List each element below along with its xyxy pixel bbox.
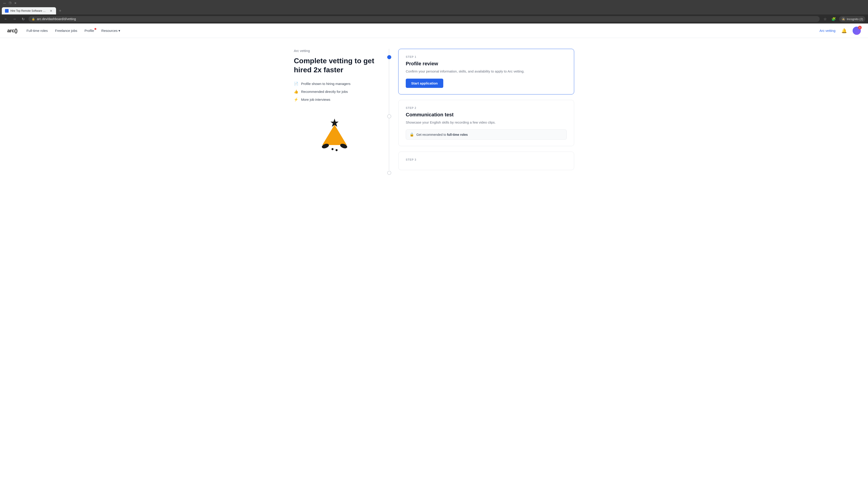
- step-2-label: STEP 2: [406, 106, 567, 109]
- arc-vetting-nav-link[interactable]: Arc vetting: [819, 29, 835, 33]
- notifications-button[interactable]: 🔔: [840, 27, 848, 35]
- tab-favicon-icon: [5, 9, 8, 13]
- browser-chrome: — ❐ ✕ Hire Top Remote Software Dev... ✕ …: [0, 0, 868, 24]
- reload-button[interactable]: ↻: [20, 16, 26, 22]
- benefit-list: 📄 Profile shown to hiring managers 👍 Rec…: [294, 82, 375, 102]
- tabs-bar: Hire Top Remote Software Dev... ✕ +: [0, 6, 868, 14]
- window-controls[interactable]: — ❐ ✕: [3, 1, 17, 5]
- incognito-button[interactable]: 🕵 Incognito (2): [839, 16, 865, 22]
- arc-vetting-label: Arc vetting: [294, 49, 375, 53]
- thumbsup-icon: 👍: [294, 90, 298, 94]
- benefit-item-2: 👍 Recommended directly for jobs: [294, 90, 375, 94]
- avatar-button[interactable]: 1: [852, 27, 861, 35]
- title-bar: — ❐ ✕: [0, 0, 868, 6]
- step-dot-1: [387, 55, 391, 59]
- benefit-text-3: More job interviews: [301, 98, 330, 101]
- nav-profile[interactable]: Profile: [85, 29, 94, 33]
- lock-feature-icon: 🔒: [410, 132, 414, 137]
- extensions-button[interactable]: 🧩: [831, 16, 837, 22]
- tab-title: Hire Top Remote Software Dev...: [10, 9, 48, 12]
- step-3-card: STEP 3: [398, 152, 574, 170]
- left-panel: Arc vetting Complete vetting to get hire…: [294, 49, 389, 170]
- minimize-button[interactable]: —: [3, 1, 6, 5]
- chevron-down-icon: ▾: [119, 29, 120, 33]
- site-nav: arc() Full-time roles Freelance jobs Pro…: [0, 24, 868, 38]
- main-content: Arc vetting Complete vetting to get hire…: [276, 38, 592, 181]
- start-application-button[interactable]: Start application: [406, 78, 443, 88]
- svg-point-5: [336, 149, 338, 151]
- svg-marker-0: [322, 125, 347, 145]
- tab-close-button[interactable]: ✕: [49, 9, 53, 13]
- nav-freelance-jobs[interactable]: Freelance jobs: [55, 29, 77, 33]
- maximize-button[interactable]: ❐: [8, 1, 12, 5]
- star-button[interactable]: ☆: [822, 16, 828, 22]
- nav-links: Full-time roles Freelance jobs Profile R…: [26, 29, 819, 33]
- benefit-item-1: 📄 Profile shown to hiring managers: [294, 82, 375, 86]
- svg-point-4: [332, 148, 334, 150]
- step-2-feature: 🔒 Get recommended to full-time roles: [406, 129, 567, 140]
- benefit-text-1: Profile shown to hiring managers: [301, 82, 350, 86]
- step-1-title: Profile review: [406, 61, 567, 67]
- logo[interactable]: arc(): [7, 28, 18, 34]
- vetting-illustration: [307, 112, 362, 153]
- active-tab[interactable]: Hire Top Remote Software Dev... ✕: [2, 7, 56, 14]
- document-icon: 📄: [294, 82, 298, 86]
- nav-right: Arc vetting 🔔 1: [819, 27, 861, 35]
- step-3-label: STEP 3: [406, 158, 567, 161]
- step-2-title: Communication test: [406, 112, 567, 118]
- step-1-description: Confirm your personal information, skill…: [406, 69, 567, 74]
- step-1-label: STEP 1: [406, 55, 567, 59]
- lightning-icon: ⚡: [294, 97, 298, 102]
- new-tab-button[interactable]: +: [57, 8, 63, 14]
- back-button[interactable]: ←: [3, 16, 9, 22]
- close-button[interactable]: ✕: [13, 1, 17, 5]
- step-dot-3: [387, 171, 391, 175]
- nav-resources-label: Resources: [101, 29, 118, 33]
- address-bar-row: ← → ↻ 🔒 arc.dev/dashboard/d/vetting ☆ 🧩 …: [0, 14, 868, 24]
- url-text: arc.dev/dashboard/d/vetting: [37, 17, 76, 21]
- main-heading: Complete vetting to get hired 2x faster: [294, 56, 375, 74]
- step-1-card: STEP 1 Profile review Confirm your perso…: [398, 49, 574, 94]
- step-2-card: STEP 2 Communication test Showcase your …: [398, 100, 574, 147]
- forward-button[interactable]: →: [11, 16, 18, 22]
- step-2-description: Showcase your English skills by recordin…: [406, 120, 567, 125]
- illustration: [294, 112, 375, 153]
- incognito-icon: 🕵: [841, 17, 845, 21]
- step-2-feature-text: Get recommended to full-time roles: [416, 133, 468, 136]
- incognito-label: Incognito (2): [847, 18, 863, 21]
- page-wrapper: arc() Full-time roles Freelance jobs Pro…: [0, 24, 868, 487]
- nav-full-time-roles[interactable]: Full-time roles: [26, 29, 48, 33]
- address-bar[interactable]: 🔒 arc.dev/dashboard/d/vetting: [29, 16, 819, 22]
- benefit-item-3: ⚡ More job interviews: [294, 97, 375, 102]
- step-dot-2: [387, 114, 391, 119]
- steps-panel: STEP 1 Profile review Confirm your perso…: [398, 49, 574, 170]
- nav-resources[interactable]: Resources ▾: [101, 29, 120, 33]
- benefit-text-2: Recommended directly for jobs: [301, 90, 348, 94]
- steps-divider: [389, 49, 389, 170]
- avatar-badge: 1: [858, 26, 862, 29]
- lock-icon: 🔒: [32, 18, 35, 21]
- toolbar-right: ☆ 🧩 🕵 Incognito (2): [822, 16, 865, 22]
